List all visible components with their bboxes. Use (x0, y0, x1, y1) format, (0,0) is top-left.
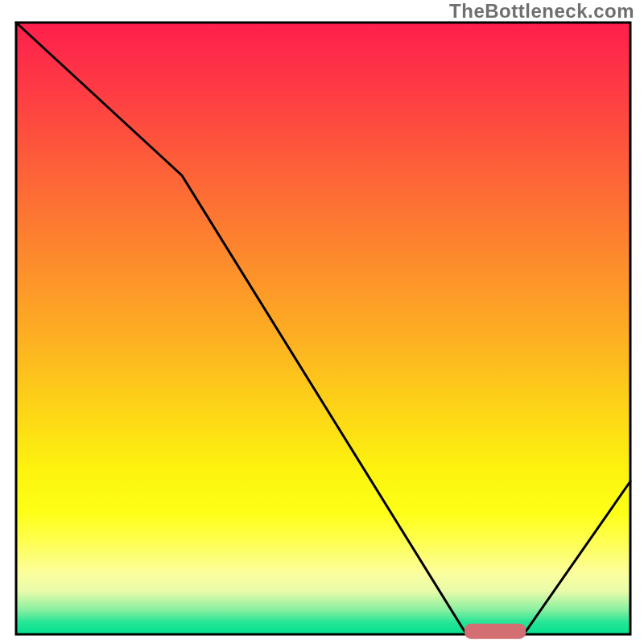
bottleneck-chart (0, 0, 644, 644)
watermark-text: TheBottleneck.com (449, 0, 634, 23)
plot-background (16, 23, 630, 634)
optimal-marker (464, 624, 526, 639)
chart-container: TheBottleneck.com (0, 0, 644, 644)
